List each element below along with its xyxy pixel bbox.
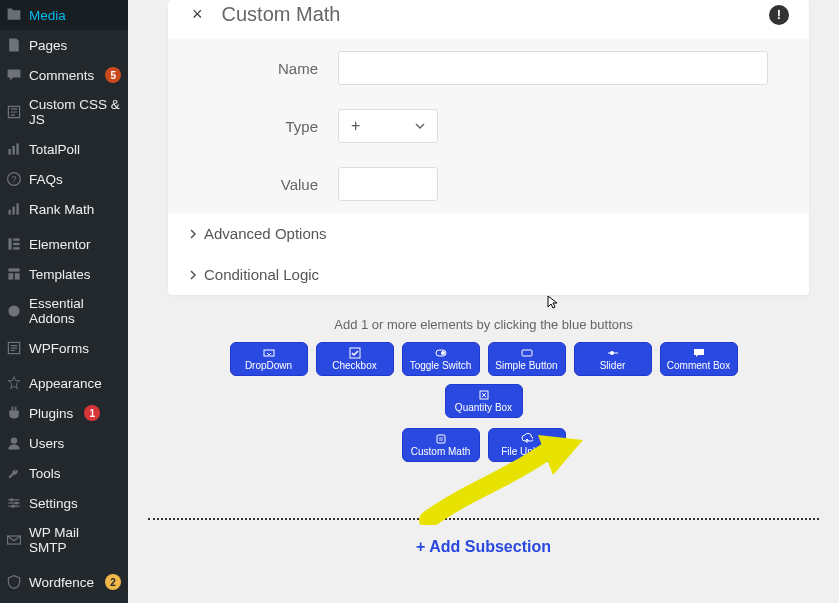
mailsmtp-icon [6,532,22,548]
sidebar-item-label: Users [29,436,64,451]
sidebar-item-beehive[interactable]: Beehive Pro [0,597,128,603]
conditional-logic-toggle[interactable]: Conditional Logic [168,254,809,295]
name-label: Name [188,60,338,77]
dropdown-element-button[interactable]: DropDown [230,342,308,376]
sidebar-item-appearance[interactable]: Appearance [0,368,128,398]
sidebar-item-faqs[interactable]: ? FAQs [0,164,128,194]
svg-rect-9 [13,238,19,240]
admin-sidebar: Media Pages Comments 5 Custom CSS & JS T… [0,0,128,603]
type-label: Type [188,118,338,135]
wordfence-icon [6,574,22,590]
sidebar-item-label: Custom CSS & JS [29,97,120,127]
sidebar-item-plugins[interactable]: Plugins 1 [0,398,128,428]
sidebar-item-essentialaddons[interactable]: Essential Addons [0,289,128,333]
sidebar-item-wpmailsmtp[interactable]: WP Mail SMTP [0,518,128,562]
el-label: Comment Box [667,360,730,371]
plugins-icon [6,405,22,421]
elementor-icon [6,236,22,252]
sidebar-item-wordfence[interactable]: Wordfence 2 [0,567,128,597]
checkbox-icon [349,347,361,359]
sidebar-item-label: Plugins [29,406,73,421]
svg-rect-0 [8,149,10,155]
sidebar-item-label: FAQs [29,172,63,187]
pages-icon [6,37,22,53]
comment-icon [693,347,705,359]
add-subsection-button[interactable]: + Add Subsection [128,538,839,556]
customcss-icon [6,104,22,120]
sidebar-item-totalpoll[interactable]: TotalPoll [0,134,128,164]
sidebar-item-comments[interactable]: Comments 5 [0,60,128,90]
custommath-element-button[interactable]: Custom Math [402,428,480,462]
comment-element-button[interactable]: Comment Box [660,342,738,376]
media-icon [6,7,22,23]
sidebar-item-tools[interactable]: Tools [0,458,128,488]
sidebar-item-settings[interactable]: Settings [0,488,128,518]
users-icon [6,435,22,451]
plugins-badge: 1 [84,405,100,421]
el-label: Slider [600,360,626,371]
advanced-label: Advanced Options [204,225,327,242]
dotted-divider [148,518,819,520]
sidebar-item-label: Settings [29,496,78,511]
sidebar-item-pages[interactable]: Pages [0,30,128,60]
el-label: DropDown [245,360,292,371]
quantity-element-button[interactable]: Quantity Box [445,384,523,418]
comments-badge: 5 [105,67,121,83]
value-field[interactable] [338,167,438,201]
addons-icon [6,303,22,319]
sidebar-item-users[interactable]: Users [0,428,128,458]
el-label: File Upload [501,446,552,457]
toggle-element-button[interactable]: Toggle Switch [402,342,480,376]
el-label: Checkbox [332,360,376,371]
el-label: Custom Math [411,446,470,457]
main-content: × Custom Math ! Name Type + Value [128,0,839,603]
sidebar-item-label: Rank Math [29,202,94,217]
conditional-label: Conditional Logic [204,266,319,283]
sidebar-item-label: WPForms [29,341,89,356]
svg-point-24 [15,501,18,504]
sidebar-item-label: Appearance [29,376,102,391]
svg-rect-1 [12,146,14,155]
help-icon[interactable]: ! [769,5,789,25]
svg-point-15 [8,305,19,316]
close-icon[interactable]: × [188,0,207,29]
checkbox-element-button[interactable]: Checkbox [316,342,394,376]
rankmath-icon [6,201,22,217]
chevron-right-icon [188,225,198,242]
svg-rect-33 [522,350,532,356]
elements-row-1: DropDown Checkbox Toggle Switch Simple B… [128,342,839,418]
sidebar-item-elementor[interactable]: Elementor [0,229,128,259]
button-element-button[interactable]: Simple Button [488,342,566,376]
type-select[interactable]: + [338,109,438,143]
chevron-right-icon [188,266,198,283]
hint-text: Add 1 or more elements by clicking the b… [128,317,839,332]
panel-title: Custom Math [222,3,754,26]
comments-icon [6,67,22,83]
panel-form: Name Type + Value [168,39,809,213]
faqs-icon: ? [6,171,22,187]
sidebar-item-rankmath[interactable]: Rank Math [0,194,128,224]
sidebar-item-label: Media [29,8,66,23]
math-icon [435,433,447,445]
sidebar-item-customcss[interactable]: Custom CSS & JS [0,90,128,134]
sidebar-item-label: TotalPoll [29,142,80,157]
sidebar-item-wpforms[interactable]: WPForms [0,333,128,363]
form-row-name: Name [188,39,789,97]
fileupload-element-button[interactable]: File Upload [488,428,566,462]
sidebar-item-media[interactable]: Media [0,0,128,30]
slider-element-button[interactable]: Slider [574,342,652,376]
poll-icon [6,141,22,157]
advanced-options-toggle[interactable]: Advanced Options [168,213,809,254]
dropdown-icon [263,347,275,359]
el-label: Simple Button [495,360,557,371]
svg-rect-10 [13,243,19,245]
el-label: Toggle Switch [410,360,472,371]
sidebar-item-templates[interactable]: Templates [0,259,128,289]
svg-point-22 [10,498,13,501]
name-field[interactable] [338,51,768,85]
value-label: Value [188,176,338,193]
sidebar-item-label: Wordfence [29,575,94,590]
sidebar-item-label: Templates [29,267,91,282]
svg-point-20 [11,437,17,443]
svg-rect-6 [12,207,14,215]
